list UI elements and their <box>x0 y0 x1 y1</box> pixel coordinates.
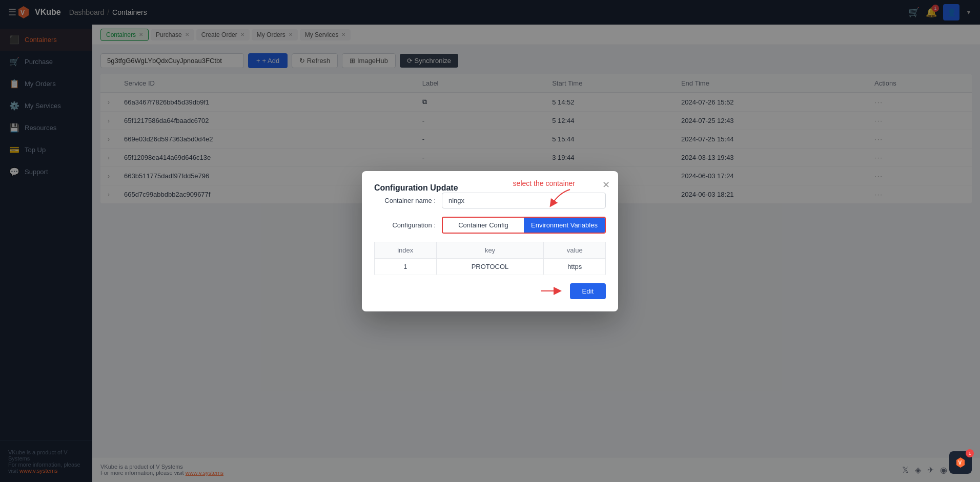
modal-header-area: Configuration Update select the containe… <box>374 183 606 193</box>
widget-badge: 1 <box>966 449 974 457</box>
env-cell-index-1: 1 <box>375 258 437 275</box>
widget-icon: V <box>954 456 967 469</box>
container-name-label: Container name : <box>374 197 436 204</box>
env-cell-key-1: PROTOCOL <box>436 258 544 275</box>
config-tabs: Container Config Environment Variables <box>442 217 606 234</box>
modal-overlay[interactable]: Configuration Update select the containe… <box>0 0 980 482</box>
env-cell-value-1: https <box>544 258 606 275</box>
configuration-row: Configuration : Container Config Environ… <box>374 217 606 234</box>
env-variables-table: index key value 1 PROTOCOL https <box>374 242 606 275</box>
container-name-row: Container name : <box>374 193 606 208</box>
config-tab-env[interactable]: Environment Variables <box>524 218 605 233</box>
configuration-label: Configuration : <box>374 221 436 229</box>
annotation-text: select the container <box>513 179 575 187</box>
edit-arrow-area <box>538 285 564 297</box>
modal-footer: Edit <box>374 283 606 299</box>
container-name-input[interactable] <box>442 193 606 208</box>
modal-close-button[interactable]: ✕ <box>602 179 610 191</box>
edit-arrow <box>538 285 564 297</box>
floating-widget[interactable]: V 1 <box>949 451 972 474</box>
config-tab-container[interactable]: Container Config <box>443 218 524 233</box>
env-col-index: index <box>375 242 437 258</box>
env-col-value: value <box>544 242 606 258</box>
edit-button[interactable]: Edit <box>570 283 606 299</box>
svg-text:V: V <box>958 460 962 466</box>
env-col-key: key <box>436 242 544 258</box>
env-row-1: 1 PROTOCOL https <box>375 258 606 275</box>
modal-title: Configuration Update <box>374 183 458 192</box>
modal: Configuration Update select the containe… <box>362 171 618 311</box>
edit-area: Edit <box>538 283 606 299</box>
